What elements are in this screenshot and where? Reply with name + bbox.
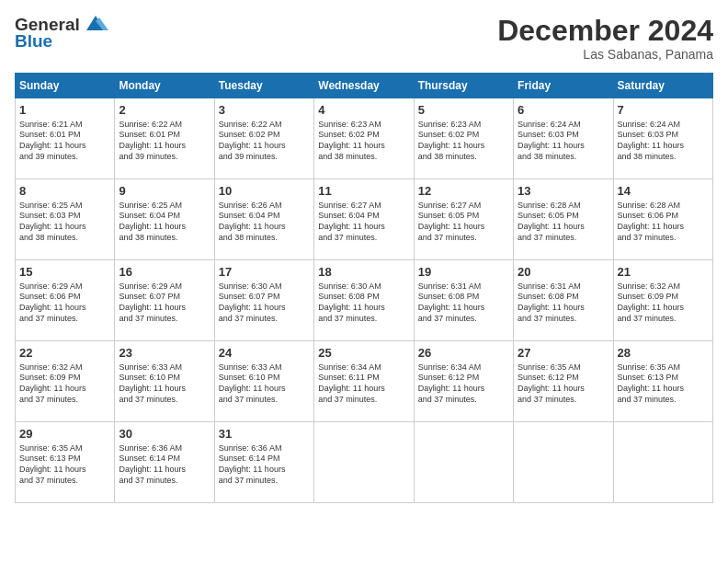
day-content: Sunrise: 6:25 AMSunset: 6:04 PMDaylight:… [119, 201, 210, 244]
day-number: 30 [119, 426, 210, 442]
table-row: 6Sunrise: 6:24 AMSunset: 6:03 PMDaylight… [514, 98, 613, 179]
table-row: 26Sunrise: 6:34 AMSunset: 6:12 PMDayligh… [414, 341, 513, 422]
day-number: 12 [418, 183, 509, 200]
day-content: Sunrise: 6:25 AMSunset: 6:03 PMDaylight:… [19, 201, 110, 244]
day-number: 9 [119, 183, 210, 200]
logo-blue: Blue [15, 31, 52, 52]
day-number: 27 [518, 345, 609, 362]
day-content: Sunrise: 6:31 AMSunset: 6:08 PMDaylight:… [518, 282, 609, 325]
table-row: 27Sunrise: 6:35 AMSunset: 6:12 PMDayligh… [514, 341, 613, 422]
logo: General Blue [15, 15, 108, 52]
calendar-week: 15Sunrise: 6:29 AMSunset: 6:06 PMDayligh… [16, 260, 713, 341]
col-friday: Friday [514, 74, 613, 98]
table-row: 24Sunrise: 6:33 AMSunset: 6:10 PMDayligh… [214, 341, 313, 422]
calendar-body: 1Sunrise: 6:21 AMSunset: 6:01 PMDaylight… [16, 98, 713, 503]
table-row: 31Sunrise: 6:36 AMSunset: 6:14 PMDayligh… [214, 422, 313, 503]
day-content: Sunrise: 6:28 AMSunset: 6:05 PMDaylight:… [518, 201, 609, 244]
day-number: 7 [618, 102, 709, 119]
day-content: Sunrise: 6:33 AMSunset: 6:10 PMDaylight:… [219, 362, 310, 406]
table-row: 10Sunrise: 6:26 AMSunset: 6:04 PMDayligh… [214, 179, 313, 260]
header: General Blue December 2024 Las Sabanas, … [15, 15, 713, 62]
day-content: Sunrise: 6:29 AMSunset: 6:07 PMDaylight:… [119, 282, 210, 325]
day-number: 15 [19, 264, 110, 281]
table-row: 7Sunrise: 6:24 AMSunset: 6:03 PMDaylight… [613, 98, 712, 179]
day-number: 6 [518, 102, 609, 119]
day-number: 13 [518, 183, 609, 200]
day-content: Sunrise: 6:26 AMSunset: 6:04 PMDaylight:… [219, 201, 310, 244]
day-content: Sunrise: 6:27 AMSunset: 6:04 PMDaylight:… [318, 201, 409, 244]
day-number: 29 [19, 426, 110, 442]
table-row: 8Sunrise: 6:25 AMSunset: 6:03 PMDaylight… [16, 179, 115, 260]
table-row: 18Sunrise: 6:30 AMSunset: 6:08 PMDayligh… [314, 260, 414, 341]
col-sunday: Sunday [16, 74, 115, 98]
day-number: 14 [618, 183, 709, 200]
day-number: 16 [119, 264, 210, 281]
col-tuesday: Tuesday [214, 74, 313, 98]
day-content: Sunrise: 6:22 AMSunset: 6:02 PMDaylight:… [219, 120, 310, 163]
month-title: December 2024 [497, 15, 713, 47]
table-row: 20Sunrise: 6:31 AMSunset: 6:08 PMDayligh… [514, 260, 613, 341]
day-content: Sunrise: 6:21 AMSunset: 6:01 PMDaylight:… [19, 120, 110, 163]
day-content: Sunrise: 6:31 AMSunset: 6:08 PMDaylight:… [418, 282, 509, 325]
table-row [414, 422, 513, 503]
logo-icon [83, 14, 108, 34]
table-row: 21Sunrise: 6:32 AMSunset: 6:09 PMDayligh… [613, 260, 712, 341]
day-content: Sunrise: 6:33 AMSunset: 6:10 PMDaylight:… [119, 362, 210, 406]
location: Las Sabanas, Panama [497, 47, 713, 62]
table-row: 2Sunrise: 6:22 AMSunset: 6:01 PMDaylight… [115, 98, 214, 179]
table-row: 3Sunrise: 6:22 AMSunset: 6:02 PMDaylight… [214, 98, 313, 179]
day-number: 22 [19, 345, 110, 362]
day-content: Sunrise: 6:23 AMSunset: 6:02 PMDaylight:… [418, 120, 509, 163]
calendar-table: Sunday Monday Tuesday Wednesday Thursday… [15, 73, 713, 503]
day-content: Sunrise: 6:35 AMSunset: 6:13 PMDaylight:… [618, 362, 709, 406]
day-content: Sunrise: 6:32 AMSunset: 6:09 PMDaylight:… [618, 282, 709, 325]
day-content: Sunrise: 6:28 AMSunset: 6:06 PMDaylight:… [618, 201, 709, 244]
calendar-week: 8Sunrise: 6:25 AMSunset: 6:03 PMDaylight… [16, 179, 713, 260]
calendar-week: 22Sunrise: 6:32 AMSunset: 6:09 PMDayligh… [16, 341, 713, 422]
day-content: Sunrise: 6:36 AMSunset: 6:14 PMDaylight:… [119, 443, 210, 487]
day-content: Sunrise: 6:34 AMSunset: 6:12 PMDaylight:… [418, 362, 509, 406]
day-content: Sunrise: 6:32 AMSunset: 6:09 PMDaylight:… [19, 362, 110, 406]
day-content: Sunrise: 6:30 AMSunset: 6:07 PMDaylight:… [219, 282, 310, 325]
day-content: Sunrise: 6:27 AMSunset: 6:05 PMDaylight:… [418, 201, 509, 244]
table-row [613, 422, 712, 503]
table-row [514, 422, 613, 503]
table-row: 5Sunrise: 6:23 AMSunset: 6:02 PMDaylight… [414, 98, 513, 179]
col-wednesday: Wednesday [314, 74, 414, 98]
calendar-week: 1Sunrise: 6:21 AMSunset: 6:01 PMDaylight… [16, 98, 713, 179]
day-number: 18 [318, 264, 409, 281]
day-content: Sunrise: 6:22 AMSunset: 6:01 PMDaylight:… [119, 120, 210, 163]
day-content: Sunrise: 6:36 AMSunset: 6:14 PMDaylight:… [219, 443, 310, 487]
header-row: Sunday Monday Tuesday Wednesday Thursday… [16, 74, 713, 98]
calendar-week: 29Sunrise: 6:35 AMSunset: 6:13 PMDayligh… [16, 422, 713, 503]
col-monday: Monday [115, 74, 214, 98]
day-number: 20 [518, 264, 609, 281]
day-number: 11 [318, 183, 409, 200]
table-row: 23Sunrise: 6:33 AMSunset: 6:10 PMDayligh… [115, 341, 214, 422]
day-number: 24 [219, 345, 310, 362]
table-row: 28Sunrise: 6:35 AMSunset: 6:13 PMDayligh… [613, 341, 712, 422]
col-saturday: Saturday [613, 74, 712, 98]
day-content: Sunrise: 6:29 AMSunset: 6:06 PMDaylight:… [19, 282, 110, 325]
table-row: 22Sunrise: 6:32 AMSunset: 6:09 PMDayligh… [16, 341, 115, 422]
table-row: 19Sunrise: 6:31 AMSunset: 6:08 PMDayligh… [414, 260, 513, 341]
day-content: Sunrise: 6:34 AMSunset: 6:11 PMDaylight:… [318, 362, 409, 406]
day-number: 31 [219, 426, 310, 442]
table-row: 9Sunrise: 6:25 AMSunset: 6:04 PMDaylight… [115, 179, 214, 260]
table-row: 30Sunrise: 6:36 AMSunset: 6:14 PMDayligh… [115, 422, 214, 503]
day-content: Sunrise: 6:24 AMSunset: 6:03 PMDaylight:… [618, 120, 709, 163]
table-row [314, 422, 414, 503]
table-row: 1Sunrise: 6:21 AMSunset: 6:01 PMDaylight… [16, 98, 115, 179]
page: General Blue December 2024 Las Sabanas, … [0, 0, 728, 563]
table-row: 11Sunrise: 6:27 AMSunset: 6:04 PMDayligh… [314, 179, 414, 260]
day-number: 10 [219, 183, 310, 200]
table-row: 14Sunrise: 6:28 AMSunset: 6:06 PMDayligh… [613, 179, 712, 260]
table-row: 4Sunrise: 6:23 AMSunset: 6:02 PMDaylight… [314, 98, 414, 179]
col-thursday: Thursday [414, 74, 513, 98]
day-number: 26 [418, 345, 509, 362]
day-number: 17 [219, 264, 310, 281]
table-row: 29Sunrise: 6:35 AMSunset: 6:13 PMDayligh… [16, 422, 115, 503]
table-row: 17Sunrise: 6:30 AMSunset: 6:07 PMDayligh… [214, 260, 313, 341]
day-content: Sunrise: 6:35 AMSunset: 6:13 PMDaylight:… [19, 443, 110, 487]
table-row: 15Sunrise: 6:29 AMSunset: 6:06 PMDayligh… [16, 260, 115, 341]
